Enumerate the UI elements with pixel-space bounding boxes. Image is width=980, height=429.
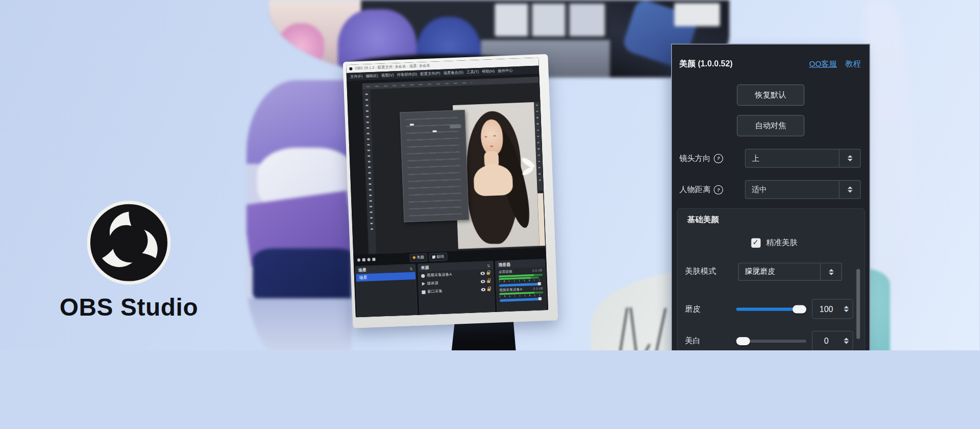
value-spinner[interactable] [840, 331, 853, 350]
camera-direction-row: 镜头方向 上 [679, 149, 861, 168]
scenes-collapse-icon[interactable]: ⇅ [409, 266, 412, 271]
select-spinner[interactable] [839, 150, 860, 167]
camera-icon [421, 274, 425, 278]
person-distance-select[interactable]: 适中 [745, 180, 861, 199]
whitening-slider-row: 美白 0 [685, 331, 856, 350]
lock-icon[interactable] [487, 288, 491, 291]
mixer-panel: 混音器 桌面音频 0.0 dB 视频采集设备A 0.0 dB [495, 259, 547, 312]
menu-edit[interactable]: 编辑(E) [365, 73, 378, 79]
menu-file[interactable]: 文件(F) [350, 74, 363, 80]
beauty-plugin-window: 美颜 (1.0.0.52) QQ客服 教程 恢复默认 自动对焦 镜头方向 上 人… [671, 44, 870, 350]
visibility-icon[interactable] [481, 280, 485, 283]
window-capture-icon [422, 290, 426, 294]
menu-scene-collection[interactable]: 场景集合(S) [443, 70, 463, 77]
scrollbar[interactable] [856, 269, 860, 339]
obs-titlebar-icon [349, 67, 352, 70]
lock-icon[interactable] [487, 280, 490, 282]
obs-window: OBS 29.1.3 - 配置文件: 未命名 - 场景: 未命名 文件(F) 编… [346, 58, 548, 318]
scene-item-selected[interactable]: 场景 [356, 272, 415, 281]
help-icon[interactable] [714, 185, 723, 194]
beauty-panel-title: 美颜 (1.0.0.52) [679, 58, 732, 69]
skin-mode-row: 美肤模式 朦胧磨皮 [685, 263, 856, 281]
menu-view[interactable]: 视图(V) [381, 73, 394, 79]
select-spinner[interactable] [820, 264, 842, 280]
background-glow-right [866, 0, 912, 306]
editor-window [362, 76, 546, 254]
mixer-header: 混音器 [498, 261, 510, 268]
smoothing-slider-row: 磨皮 100 [685, 300, 856, 319]
beauty-icon [412, 256, 416, 259]
media-play-icon [422, 282, 426, 286]
person-distance-row: 人物距离 适中 [679, 180, 861, 199]
autofocus-button[interactable]: 自动对焦 [737, 115, 804, 136]
sticker-icon [432, 255, 435, 258]
menu-plugin-center[interactable]: 插件中心 [498, 68, 513, 74]
editor-canvas [370, 83, 545, 253]
menu-profile[interactable]: 配置文件(P) [420, 70, 440, 77]
skin-mode-select[interactable]: 朦胧磨皮 [738, 263, 842, 281]
basic-beauty-title: 基础美颜 [688, 214, 719, 225]
select-spinner[interactable] [839, 181, 860, 198]
whitening-value-box[interactable]: 0 [812, 331, 853, 350]
menu-help[interactable]: 帮助(H) [482, 68, 495, 75]
visibility-icon[interactable] [480, 272, 485, 275]
sources-collapse-icon[interactable]: ⇅ [487, 263, 490, 268]
help-icon[interactable] [714, 154, 723, 163]
dock-mini-icons [357, 257, 376, 261]
basic-beauty-group: 基础美颜 精准美肤 美肤模式 朦胧磨皮 磨皮 100 [677, 208, 865, 350]
obs-bottom-panels: 场景 ⇅ 场景 来源 ⇅ 视频采集设备A [354, 257, 548, 317]
precise-skin-checkbox-row[interactable]: 精准美肤 [751, 237, 798, 248]
sources-header: 来源 [421, 265, 429, 271]
smoothing-value-box[interactable]: 100 [812, 299, 853, 319]
obs-preview [347, 74, 546, 255]
camera-direction-select[interactable]: 上 [745, 149, 861, 168]
slider-handle[interactable] [793, 305, 806, 313]
slider-handle[interactable] [736, 337, 750, 345]
lock-icon[interactable] [487, 272, 490, 274]
beauty-dock-button[interactable]: 美颜 [410, 253, 428, 261]
mixer-channel-label: 桌面音频 0.0 dB [499, 268, 543, 274]
volume-slider[interactable] [500, 298, 541, 301]
monitor: OBS 29.1.3 - 配置文件: 未命名 - 场景: 未命名 文件(F) 编… [343, 54, 558, 328]
scenes-header: 场景 [358, 267, 366, 273]
scenes-panel: 场景 ⇅ 场景 [355, 264, 418, 317]
visibility-icon[interactable] [481, 288, 485, 291]
slider-track[interactable] [736, 339, 806, 342]
editor-floating-panel [400, 110, 469, 222]
sticker-dock-button[interactable]: 贴纸 [429, 252, 447, 261]
menu-docks[interactable]: 停靠部件(D) [397, 72, 417, 78]
menu-tools[interactable]: 工具(T) [467, 69, 479, 76]
tutorial-link[interactable]: 教程 [845, 58, 861, 69]
value-spinner[interactable] [840, 300, 853, 319]
obs-logo [87, 201, 170, 284]
checkbox-checked[interactable] [751, 239, 761, 248]
slider-track[interactable] [736, 307, 806, 311]
qq-support-link[interactable]: QQ客服 [809, 58, 837, 69]
background-photo-left [247, 80, 352, 350]
restore-defaults-button[interactable]: 恢复默认 [737, 84, 804, 106]
app-name: OBS Studio [22, 294, 235, 322]
sources-panel: 来源 ⇅ 视频采集设备A 媒体源 [418, 261, 495, 315]
promo-canvas: OBS Studio OBS 29.1.3 - 配置文件: 未命名 - 场景: … [0, 0, 979, 350]
